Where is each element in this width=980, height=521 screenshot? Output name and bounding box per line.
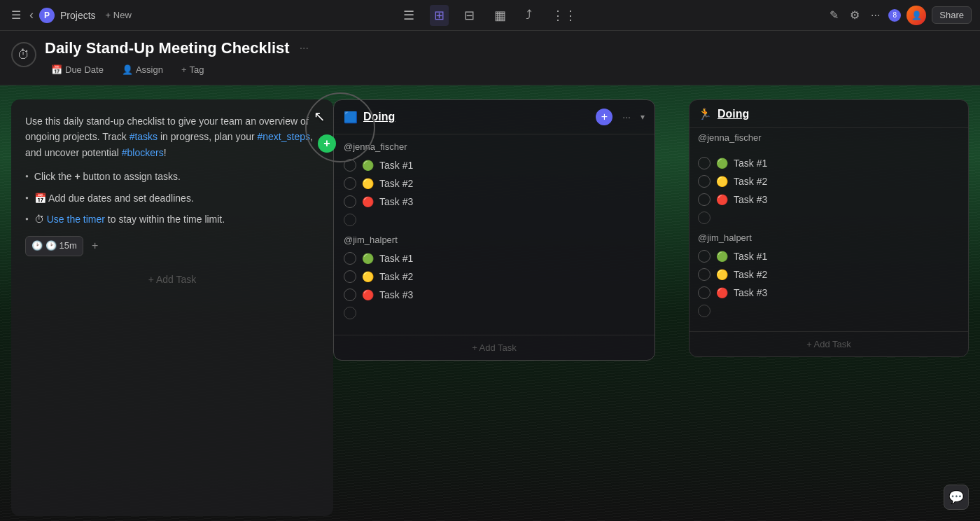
task-checkbox[interactable] xyxy=(698,250,710,263)
tasks-link[interactable]: #tasks xyxy=(130,131,158,142)
task-item: 🔴 Task #3 xyxy=(344,193,645,211)
due-date-button[interactable]: 📅 Due Date xyxy=(45,62,110,78)
notification-badge[interactable]: 8 xyxy=(888,9,901,22)
header-title-row: Daily Stand-Up Meeting Checklist ··· xyxy=(45,39,969,57)
task-item: 🔴 Task #3 xyxy=(344,286,645,304)
timer-plus-button[interactable]: + xyxy=(89,235,101,256)
list-view-icon[interactable]: ☰ xyxy=(399,5,419,26)
empty-task-placeholder xyxy=(344,307,356,319)
task-checkbox[interactable] xyxy=(698,286,710,299)
task-label: Task #2 xyxy=(734,269,767,280)
task-label: Task #1 xyxy=(734,158,767,169)
table-view-icon[interactable]: ▦ xyxy=(490,5,510,26)
jim-group: @jim_halpert 🟢 Task #1 🟡 Task #2 🔴 xyxy=(344,235,645,319)
jenna-group: @jenna_fischer 🟢 Task #1 🟡 Task #2 🔴 xyxy=(344,141,645,226)
task-label: Task #3 xyxy=(379,289,413,300)
assign-button[interactable]: 👤 Assign xyxy=(115,62,169,78)
doing-right-body: 🟢 Task #1 🟡 Task #2 🔴 Task #3 xyxy=(690,148,968,331)
plus-icon: + xyxy=(181,64,187,75)
chat-icon: 💬 xyxy=(948,489,964,505)
task-checkbox[interactable] xyxy=(698,193,710,206)
task-checkbox[interactable] xyxy=(698,175,710,188)
back-arrow-icon[interactable]: ‹ xyxy=(29,8,34,22)
task-item: 🟢 Task #1 xyxy=(698,247,960,265)
doing-main-title: Doing xyxy=(363,111,590,123)
description-card: Use this daily stand-up checklist to giv… xyxy=(11,99,333,516)
empty-task-placeholder xyxy=(344,214,356,226)
task-checkbox[interactable] xyxy=(344,177,356,190)
timer-badge[interactable]: 🕑 🕑 15m xyxy=(25,236,83,256)
task-label: Task #2 xyxy=(734,176,767,187)
task-item: 🟡 Task #2 xyxy=(698,172,960,190)
task-label: Task #1 xyxy=(734,251,767,262)
dot-yellow-icon: 🟡 xyxy=(716,269,728,280)
more-options-icon[interactable]: ··· xyxy=(868,6,883,25)
columns-wrapper: ↖ + 🟦 Doing + ··· ▾ @jenna_fischer 🟢 xyxy=(333,99,969,516)
header-content: Daily Stand-Up Meeting Checklist ··· 📅 D… xyxy=(45,39,969,78)
timer-link[interactable]: Use the timer xyxy=(47,214,105,225)
jim-label: @jim_halpert xyxy=(344,235,645,245)
column-add-button[interactable]: + xyxy=(596,109,612,125)
task-item: 🟡 Task #2 xyxy=(344,268,645,286)
next-steps-link[interactable]: #next_steps xyxy=(258,131,311,142)
jenna-label: @jenna_fischer xyxy=(344,141,645,152)
board-view-icon[interactable]: ⊞ xyxy=(430,5,449,26)
column-more-icon[interactable]: ··· xyxy=(618,110,635,124)
chat-button[interactable]: 💬 xyxy=(944,485,969,510)
task-label: Task #1 xyxy=(379,253,413,264)
column-chevron-icon[interactable]: ▾ xyxy=(640,112,645,122)
share-view-icon[interactable]: ⤴ xyxy=(522,5,536,25)
sidebar-toggle-icon[interactable]: ☰ xyxy=(8,6,24,25)
dot-yellow-icon: 🟡 xyxy=(362,178,374,189)
page-title: Daily Stand-Up Meeting Checklist xyxy=(45,39,290,57)
settings-icon[interactable]: ⚙ xyxy=(847,6,862,25)
doing-right-add-task[interactable]: + Add Task xyxy=(690,331,968,356)
doing-emoji: 🟦 xyxy=(344,111,358,124)
green-plus-badge[interactable]: + xyxy=(318,134,336,153)
header-actions: 📅 Due Date 👤 Assign + Tag xyxy=(45,62,969,78)
task-checkbox[interactable] xyxy=(344,252,356,265)
task-item: 🟢 Task #1 xyxy=(344,156,645,174)
header-more-icon[interactable]: ··· xyxy=(295,41,313,56)
new-button[interactable]: + New xyxy=(102,8,136,22)
bullet-dot-1: ● xyxy=(25,172,29,181)
task-item: 🟢 Task #1 xyxy=(698,154,960,172)
task-item: 🟢 Task #1 xyxy=(344,249,645,268)
doing-right-header: 🏃 Doing xyxy=(690,100,968,128)
projects-label[interactable]: Projects xyxy=(60,10,96,21)
task-checkbox[interactable] xyxy=(344,289,356,301)
add-task-button[interactable]: + Add Task xyxy=(25,268,319,291)
doing-main-header: 🟦 Doing + ··· ▾ xyxy=(334,100,654,134)
topbar-center-tools: ☰ ⊞ ⊟ ▦ ⤴ ⋮⋮ xyxy=(399,5,581,26)
doing-column-right: 🏃 Doing @jenna_fischer 🟢 Task #1 🟡 Task … xyxy=(689,99,969,357)
description-text: Use this daily stand-up checklist to giv… xyxy=(25,113,319,160)
header-area: ⏱ Daily Stand-Up Meeting Checklist ··· 📅… xyxy=(0,31,980,85)
task-checkbox[interactable] xyxy=(344,195,356,208)
timer-label: 🕑 15m xyxy=(46,239,77,253)
task-label: Task #2 xyxy=(379,178,413,189)
task-checkbox[interactable] xyxy=(698,268,710,281)
jenna-right-label: @jenna_fischer xyxy=(690,128,968,144)
task-checkbox[interactable] xyxy=(344,270,356,283)
doing-main-add-task[interactable]: + Add Task xyxy=(334,335,654,360)
task-item: 🔴 Task #3 xyxy=(698,190,960,209)
project-badge[interactable]: P xyxy=(39,8,55,23)
calendar-icon: 📅 xyxy=(51,64,62,75)
empty-task-placeholder xyxy=(698,211,710,224)
org-view-icon[interactable]: ⋮⋮ xyxy=(547,5,581,26)
bullet-dot-2: ● xyxy=(25,194,29,203)
task-checkbox[interactable] xyxy=(344,159,356,172)
share-button[interactable]: Share xyxy=(932,6,972,24)
tag-button[interactable]: + Tag xyxy=(175,62,211,78)
doing-right-title: Doing xyxy=(718,108,960,120)
task-item: 🔴 Task #3 xyxy=(698,284,960,302)
task-checkbox[interactable] xyxy=(698,157,710,169)
avatar[interactable]: 👤 xyxy=(906,6,926,25)
gantt-view-icon[interactable]: ⊟ xyxy=(460,5,479,26)
dot-red-icon: 🔴 xyxy=(716,287,728,298)
dot-green-icon: 🟢 xyxy=(362,160,374,171)
edit-icon[interactable]: ✎ xyxy=(827,6,841,25)
task-label: Task #3 xyxy=(734,194,767,205)
topbar: ☰ ‹ P Projects + New ☰ ⊞ ⊟ ▦ ⤴ ⋮⋮ ✎ ⚙ ··… xyxy=(0,0,980,31)
blockers-link[interactable]: #blockers xyxy=(122,147,164,158)
